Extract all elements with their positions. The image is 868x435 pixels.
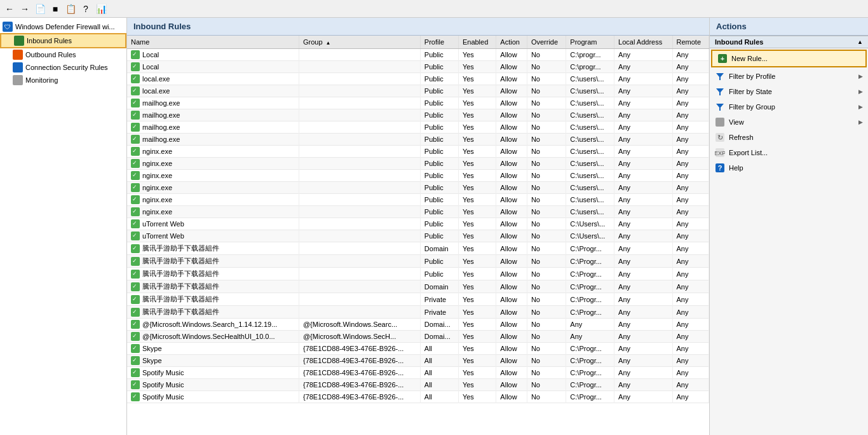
green-check-icon xyxy=(131,123,140,132)
cell-local: Any xyxy=(614,331,672,343)
tree-connection-rules[interactable]: Connection Security Rules xyxy=(0,61,126,74)
table-row[interactable]: Spotify Music {78E1CD88-49E3-476E-B926-.… xyxy=(127,379,709,391)
cell-local: Any xyxy=(614,170,672,182)
cell-program: C:\users\... xyxy=(566,146,614,158)
table-row[interactable]: nginx.exe PublicYesAllowNoC:\users\...An… xyxy=(127,194,709,206)
table-row[interactable]: Skype {78E1CD88-49E3-476E-B926-...AllYes… xyxy=(127,343,709,355)
col-program[interactable]: Program xyxy=(566,36,614,49)
table-row[interactable]: mailhog.exe PublicYesAllowNoC:\users\...… xyxy=(127,97,709,109)
green-check-icon xyxy=(131,308,140,317)
action-item-filter[interactable]: Filter by Group▶ xyxy=(710,99,868,114)
table-row[interactable]: uTorrent Web PublicYesAllowNoC:\Users\..… xyxy=(127,218,709,230)
col-remote[interactable]: Remote xyxy=(672,36,709,49)
tree-monitoring[interactable]: Monitoring xyxy=(0,74,126,86)
table-row[interactable]: local.exe PublicYesAllowNoC:\users\...An… xyxy=(127,73,709,85)
rules-table: Name Group ▲ Profile Enabled Action Over… xyxy=(127,36,709,403)
tree-inbound-rules[interactable]: Inbound Rules xyxy=(0,33,126,48)
table-row[interactable]: Local PublicYesAllowNoC:\progr...AnyAny xyxy=(127,49,709,61)
cell-profile: Public xyxy=(420,49,458,61)
col-name[interactable]: Name xyxy=(127,36,299,49)
action-item-filter[interactable]: Filter by State▶ xyxy=(710,84,868,99)
cell-override: No xyxy=(527,268,566,280)
table-row[interactable]: 騰讯手游助手下载器組件 PrivateYesAllowNoC:\Progr...… xyxy=(127,293,709,306)
cell-override: No xyxy=(527,85,566,97)
table-row[interactable]: nginx.exe PublicYesAllowNoC:\users\...An… xyxy=(127,170,709,182)
tree-outbound-rules[interactable]: Outbound Rules xyxy=(0,48,126,61)
green-check-icon xyxy=(131,295,140,304)
col-enabled[interactable]: Enabled xyxy=(458,36,496,49)
toolbar-chart-btn[interactable]: 📊 xyxy=(94,2,108,16)
cell-profile: Domai... xyxy=(420,319,458,331)
toolbar-up-btn[interactable]: 📄 xyxy=(33,2,47,16)
cell-action: Allow xyxy=(496,134,527,146)
col-profile[interactable]: Profile xyxy=(420,36,458,49)
cell-action: Allow xyxy=(496,230,527,242)
action-item-refresh[interactable]: ↻ Refresh xyxy=(710,130,868,145)
table-row[interactable]: mailhog.exe PublicYesAllowNoC:\users\...… xyxy=(127,121,709,134)
action-item-filter[interactable]: Filter by Profile▶ xyxy=(710,69,868,84)
cell-remote: Any xyxy=(672,242,709,255)
table-row[interactable]: @{Microsoft.Windows.Search_1.14.12.19...… xyxy=(127,319,709,331)
cell-name: 騰讯手游助手下载器組件 xyxy=(127,306,299,319)
rules-table-container[interactable]: Name Group ▲ Profile Enabled Action Over… xyxy=(127,36,709,435)
action-label: Export List... xyxy=(729,149,768,156)
table-row[interactable]: local.exe PublicYesAllowNoC:\users\...An… xyxy=(127,85,709,97)
table-row[interactable]: nginx.exe PublicYesAllowNoC:\users\...An… xyxy=(127,182,709,194)
cell-profile: All xyxy=(420,391,458,403)
col-local[interactable]: Local Address xyxy=(614,36,672,49)
table-row[interactable]: Spotify Music {78E1CD88-49E3-476E-B926-.… xyxy=(127,391,709,403)
table-row[interactable]: mailhog.exe PublicYesAllowNoC:\users\...… xyxy=(127,134,709,146)
cell-group xyxy=(299,49,420,61)
new-rule-icon: + xyxy=(717,53,728,64)
action-item-export[interactable]: EXP Export List... xyxy=(710,145,868,160)
toolbar-stop-btn[interactable]: ■ xyxy=(48,2,62,16)
toolbar-back-btn[interactable]: ← xyxy=(3,2,17,16)
green-check-icon xyxy=(131,356,140,365)
table-row[interactable]: mailhog.exe PublicYesAllowNoC:\users\...… xyxy=(127,109,709,121)
cell-name: mailhog.exe xyxy=(127,134,299,146)
cell-local: Any xyxy=(614,379,672,391)
svg-marker-5 xyxy=(716,88,724,95)
cell-remote: Any xyxy=(672,391,709,403)
col-action[interactable]: Action xyxy=(496,36,527,49)
cell-override: No xyxy=(527,218,566,230)
action-item-view[interactable]: View▶ xyxy=(710,114,868,130)
col-group[interactable]: Group ▲ xyxy=(299,36,420,49)
action-item-help[interactable]: ? Help xyxy=(710,160,868,176)
table-row[interactable]: uTorrent Web PublicYesAllowNoC:\Users\..… xyxy=(127,230,709,242)
cell-profile: Public xyxy=(420,194,458,206)
table-row[interactable]: 騰讯手游助手下载器組件 DomainYesAllowNoC:\Progr...A… xyxy=(127,242,709,255)
table-row[interactable]: Skype {78E1CD88-49E3-476E-B926-...AllYes… xyxy=(127,355,709,367)
table-row[interactable]: nginx.exe PublicYesAllowNoC:\users\...An… xyxy=(127,206,709,218)
submenu-arrow-icon: ▶ xyxy=(858,119,863,125)
cell-remote: Any xyxy=(672,85,709,97)
cell-local: Any xyxy=(614,306,672,319)
tree-root[interactable]: 🛡 Windows Defender Firewall wi... xyxy=(0,20,126,33)
tree-root-label: Windows Defender Firewall wi... xyxy=(15,23,115,31)
toolbar-forward-btn[interactable]: → xyxy=(18,2,32,16)
col-override[interactable]: Override xyxy=(527,36,566,49)
firewall-icon: 🛡 xyxy=(3,22,13,32)
table-row[interactable]: 騰讯手游助手下载器組件 DomainYesAllowNoC:\Progr...A… xyxy=(127,280,709,293)
table-row[interactable]: 騰讯手游助手下载器組件 PrivateYesAllowNoC:\Progr...… xyxy=(127,306,709,319)
table-row[interactable]: @{Microsoft.Windows.SecHealthUI_10.0... … xyxy=(127,331,709,343)
table-row[interactable]: Spotify Music {78E1CD88-49E3-476E-B926-.… xyxy=(127,367,709,379)
table-row[interactable]: 騰讯手游助手下载器組件 PublicYesAllowNoC:\Progr...A… xyxy=(127,255,709,268)
cell-remote: Any xyxy=(672,170,709,182)
toolbar-copy-btn[interactable]: 📋 xyxy=(64,2,78,16)
table-row[interactable]: Local PublicYesAllowNoC:\progr...AnyAny xyxy=(127,61,709,73)
cell-override: No xyxy=(527,158,566,170)
cell-action: Allow xyxy=(496,343,527,355)
table-row[interactable]: nginx.exe PublicYesAllowNoC:\users\...An… xyxy=(127,146,709,158)
cell-name: mailhog.exe xyxy=(127,121,299,134)
toolbar-help-btn[interactable]: ? xyxy=(79,2,93,16)
cell-remote: Any xyxy=(672,343,709,355)
right-panel: Actions Inbound Rules ▲ + New Rule... Fi… xyxy=(709,18,868,435)
cell-group xyxy=(299,242,420,255)
table-row[interactable]: nginx.exe PublicYesAllowNoC:\users\...An… xyxy=(127,158,709,170)
cell-remote: Any xyxy=(672,293,709,306)
table-row[interactable]: 騰讯手游助手下载器組件 PublicYesAllowNoC:\Progr...A… xyxy=(127,268,709,280)
cell-group xyxy=(299,158,420,170)
cell-profile: All xyxy=(420,343,458,355)
action-item-new-rule[interactable]: + New Rule... xyxy=(711,50,867,67)
